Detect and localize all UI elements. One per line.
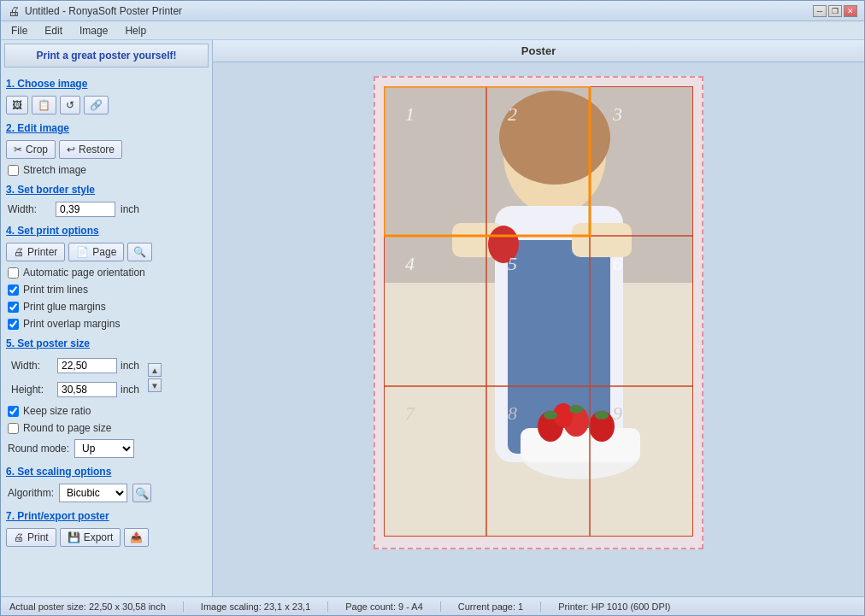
keep-size-checkbox[interactable] bbox=[8, 406, 19, 417]
auto-orient-checkbox[interactable] bbox=[8, 267, 19, 279]
stretch-label: Stretch image bbox=[23, 164, 86, 176]
open-web-button[interactable]: 🔗 bbox=[84, 96, 109, 114]
title-bar-left: 🖨 Untitled - RonyaSoft Poster Printer bbox=[8, 4, 182, 18]
section4-title[interactable]: 4. Set print options bbox=[6, 225, 207, 237]
preview-button[interactable]: 🔍 bbox=[127, 243, 152, 261]
poster-width-row: Width: inch bbox=[11, 358, 139, 373]
export-icon: 💾 bbox=[68, 531, 80, 543]
menu-image[interactable]: Image bbox=[73, 23, 115, 38]
section1-title[interactable]: 1. Choose image bbox=[6, 78, 207, 90]
right-panel: Poster bbox=[213, 40, 864, 596]
glue-margins-row: Print glue margins bbox=[8, 301, 205, 313]
overlap-margins-label: Print overlap margins bbox=[23, 318, 120, 330]
status-bar: Actual poster size: 22,50 x 30,58 inch I… bbox=[1, 596, 864, 615]
rotate-button[interactable]: ↺ bbox=[60, 96, 80, 114]
poster-width-unit: inch bbox=[121, 360, 139, 372]
algo-label: Algorithm: bbox=[8, 487, 54, 499]
menu-file[interactable]: File bbox=[4, 23, 34, 38]
poster-area: 1 2 3 4 5 6 7 8 9 bbox=[374, 76, 703, 549]
menu-edit[interactable]: Edit bbox=[38, 23, 69, 38]
svg-text:8: 8 bbox=[508, 402, 517, 424]
open-file-icon: 🖼 bbox=[12, 99, 22, 111]
export-button[interactable]: 💾 Export bbox=[60, 528, 121, 547]
round-page-row: Round to page size bbox=[8, 422, 205, 434]
border-width-unit: inch bbox=[121, 203, 139, 215]
section3-title[interactable]: 3. Set border style bbox=[6, 184, 207, 196]
open-image-button[interactable]: 🖼 bbox=[6, 96, 28, 114]
poster-header: Poster bbox=[213, 40, 864, 62]
crop-icon: ✂ bbox=[14, 144, 22, 155]
main-content: Print a great poster yourself! 1. Choose… bbox=[1, 40, 864, 596]
section6-title[interactable]: 6. Set scaling options bbox=[6, 466, 207, 478]
svg-text:9: 9 bbox=[613, 402, 622, 424]
stretch-row: Stretch image bbox=[8, 164, 205, 176]
keep-size-row: Keep size ratio bbox=[8, 405, 205, 417]
print-icon: 🖨 bbox=[14, 531, 24, 543]
title-bar-controls: ─ ❐ ✕ bbox=[813, 5, 857, 17]
poster-width-input[interactable] bbox=[57, 358, 117, 373]
page-settings-button[interactable]: 📄 Page bbox=[68, 243, 124, 261]
poster-bleed-area: 1 2 3 4 5 6 7 8 9 bbox=[374, 76, 703, 549]
left-panel: Print a great poster yourself! 1. Choose… bbox=[1, 40, 213, 596]
trim-lines-checkbox[interactable] bbox=[8, 285, 19, 296]
app-icon: 🖨 bbox=[8, 4, 20, 18]
printer-settings-button[interactable]: 🖨 Printer bbox=[6, 243, 65, 261]
svg-text:2: 2 bbox=[508, 103, 517, 125]
svg-text:5: 5 bbox=[508, 253, 517, 274]
svg-text:4: 4 bbox=[405, 253, 415, 274]
svg-rect-8 bbox=[572, 223, 632, 257]
section5-title[interactable]: 5. Set poster size bbox=[6, 337, 207, 349]
trim-lines-row: Print trim lines bbox=[8, 284, 205, 296]
share-icon: 📤 bbox=[130, 531, 143, 543]
keep-size-label: Keep size ratio bbox=[23, 405, 91, 417]
svg-text:6: 6 bbox=[613, 253, 622, 274]
algo-select[interactable]: Bicubic Bilinear Nearest neighbor bbox=[59, 484, 127, 502]
crop-button[interactable]: ✂ Crop bbox=[6, 140, 56, 159]
restore-button[interactable]: ❐ bbox=[828, 5, 842, 17]
application-window: 🖨 Untitled - RonyaSoft Poster Printer ─ … bbox=[0, 0, 865, 616]
zoom-icon: 🔍 bbox=[135, 487, 149, 500]
close-button[interactable]: ✕ bbox=[844, 5, 857, 17]
border-width-input[interactable] bbox=[56, 202, 115, 217]
print-button[interactable]: 🖨 Print bbox=[6, 528, 56, 547]
status-printer: Printer: HP 1010 (600 DPI) bbox=[558, 601, 687, 612]
print-options-buttons: 🖨 Printer 📄 Page 🔍 bbox=[6, 243, 207, 261]
section7-title[interactable]: 7. Print/export poster bbox=[6, 510, 207, 522]
section2-title[interactable]: 2. Edit image bbox=[6, 122, 207, 134]
svg-point-18 bbox=[595, 411, 609, 419]
round-mode-label: Round mode: bbox=[8, 443, 69, 455]
glue-margins-checkbox[interactable] bbox=[8, 302, 19, 313]
overlap-margins-checkbox[interactable] bbox=[8, 319, 19, 330]
height-decrease-button[interactable]: ▼ bbox=[148, 378, 162, 392]
status-actual-size: Actual poster size: 22,50 x 30,58 inch bbox=[9, 601, 184, 612]
open-clipboard-button[interactable]: 📋 bbox=[32, 96, 56, 114]
restore-icon: ↩ bbox=[67, 144, 75, 155]
round-mode-select[interactable]: Up Down Nearest bbox=[74, 439, 134, 458]
web-icon: 🔗 bbox=[90, 99, 103, 111]
auto-orient-row: Automatic page orientation bbox=[8, 267, 205, 279]
poster-width-label: Width: bbox=[11, 360, 54, 372]
minimize-button[interactable]: ─ bbox=[813, 5, 827, 17]
panel-header: Print a great poster yourself! bbox=[4, 44, 209, 67]
poster-height-label: Height: bbox=[11, 384, 54, 396]
rotate-icon: ↺ bbox=[66, 99, 74, 111]
height-increase-button[interactable]: ▲ bbox=[148, 363, 162, 377]
zoom-button[interactable]: 🔍 bbox=[132, 484, 151, 502]
page-icon: 📄 bbox=[76, 246, 89, 258]
preview-icon: 🔍 bbox=[133, 246, 146, 258]
svg-text:1: 1 bbox=[405, 103, 415, 125]
export-buttons: 🖨 Print 💾 Export 📤 bbox=[6, 528, 207, 547]
share-button[interactable]: 📤 bbox=[124, 528, 149, 547]
stretch-checkbox[interactable] bbox=[8, 165, 19, 176]
svg-text:3: 3 bbox=[612, 103, 622, 125]
title-bar: 🖨 Untitled - RonyaSoft Poster Printer ─ … bbox=[1, 1, 864, 21]
menu-help[interactable]: Help bbox=[118, 23, 153, 38]
status-page-count: Page count: 9 - A4 bbox=[345, 601, 441, 612]
menu-bar: File Edit Image Help bbox=[1, 21, 864, 40]
poster-image-container: 1 2 3 4 5 6 7 8 9 bbox=[384, 86, 693, 539]
restore-button[interactable]: ↩ Restore bbox=[59, 140, 122, 159]
round-page-checkbox[interactable] bbox=[8, 423, 19, 434]
printer-icon: 🖨 bbox=[14, 246, 24, 258]
poster-height-input[interactable] bbox=[57, 382, 117, 397]
border-width-row: Width: inch bbox=[8, 202, 205, 217]
